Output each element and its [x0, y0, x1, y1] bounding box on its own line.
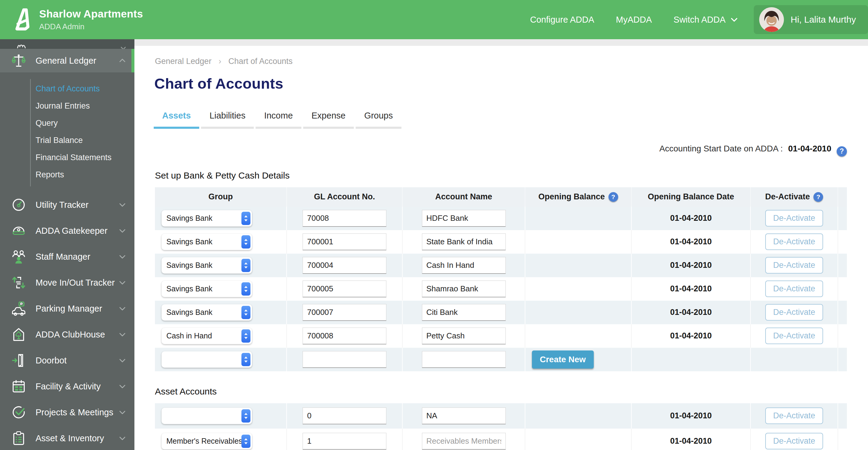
- sidebar-item-label: Staff Manager: [36, 252, 90, 262]
- account-name-input[interactable]: [422, 280, 506, 297]
- account-name-input[interactable]: [422, 210, 506, 227]
- gl-account-cell: [286, 301, 402, 324]
- app-label: ADDA Admin: [39, 22, 143, 31]
- sidebar-item-move-in-out-tracker[interactable]: Move In/Out Tracker: [0, 270, 134, 296]
- gl-account-input[interactable]: [303, 210, 386, 227]
- help-icon[interactable]: ?: [837, 146, 847, 156]
- sidebar-item-general-ledger[interactable]: General Ledger: [0, 49, 134, 72]
- group-select-value: Cash in Hand: [161, 331, 241, 340]
- group-select[interactable]: Savings Bank: [161, 234, 252, 250]
- table-row: Savings Bank01-04-2010De-Activate: [155, 230, 847, 254]
- account-name-input[interactable]: [422, 328, 506, 344]
- help-icon[interactable]: ?: [609, 192, 618, 202]
- spacer-cell: [838, 403, 847, 428]
- parking-car-icon: [10, 300, 27, 317]
- tab-assets[interactable]: Assets: [154, 111, 199, 129]
- sidebar-item-adda-gatekeeper[interactable]: ADDA Gatekeeper: [0, 218, 134, 244]
- switch-adda-link[interactable]: Switch ADDA: [674, 15, 739, 25]
- opening-balance-date-cell: 01-04-2010: [631, 324, 750, 348]
- group-select[interactable]: Savings Bank: [161, 257, 252, 274]
- deactivate-button[interactable]: De-Activate: [765, 408, 823, 424]
- user-greeting: Hi, Lalita Murthy: [790, 14, 856, 25]
- gl-account-input[interactable]: [303, 351, 386, 368]
- column-header-label: Account Name: [435, 192, 492, 202]
- account-name-cell: [402, 230, 525, 254]
- select-spinner-icon: [241, 259, 250, 272]
- gl-account-input[interactable]: [303, 257, 386, 274]
- sidebar-item-asset-inventory[interactable]: Asset & Inventory: [0, 425, 134, 450]
- tab-income[interactable]: Income: [255, 111, 301, 129]
- sidebar-item-staff-manager[interactable]: Staff Manager: [0, 244, 134, 270]
- deactivate-button[interactable]: De-Activate: [765, 257, 823, 274]
- gl-account-input[interactable]: [303, 304, 386, 321]
- group-select[interactable]: Savings Bank: [161, 281, 252, 297]
- group-select[interactable]: [161, 351, 252, 368]
- spacer-cell: [838, 230, 847, 254]
- group-select[interactable]: Cash in Hand: [161, 328, 252, 344]
- sidebar-item-partial[interactable]: [0, 39, 134, 49]
- chevron-down-icon: [118, 227, 127, 235]
- sidebar-item-facility-activity[interactable]: Facility & Activity: [0, 373, 134, 399]
- deactivate-button[interactable]: De-Activate: [765, 328, 823, 344]
- table-row: Savings Bank01-04-2010De-Activate: [155, 277, 847, 301]
- gl-account-cell: [286, 348, 402, 371]
- sidebar-item-projects-meetings[interactable]: Projects & Meetings: [0, 399, 134, 425]
- group-select[interactable]: [161, 408, 252, 424]
- sidebar-item-adda-clubhouse[interactable]: ADDA ClubHouse: [0, 322, 134, 348]
- breadcrumb-general-ledger[interactable]: General Ledger: [155, 57, 212, 66]
- group-select[interactable]: Member's Receivables: [161, 433, 252, 449]
- account-name-input[interactable]: [422, 433, 506, 450]
- configure-adda-link[interactable]: Configure ADDA: [530, 15, 594, 25]
- account-name-input[interactable]: [422, 408, 506, 424]
- breadcrumb-chart-of-accounts[interactable]: Chart of Accounts: [228, 57, 293, 66]
- opening-balance-cell: [525, 403, 631, 428]
- gl-account-cell: [286, 254, 402, 277]
- adda-logo-icon: [13, 7, 31, 33]
- sidebar-item-query[interactable]: Query: [0, 115, 134, 132]
- deactivate-button[interactable]: De-Activate: [765, 234, 823, 250]
- sidebar-item-journal-entries[interactable]: Journal Entries: [0, 97, 134, 115]
- gl-account-input[interactable]: [303, 433, 386, 450]
- account-name-cell: [402, 324, 525, 348]
- tab-liabilities[interactable]: Liabilities: [201, 111, 254, 129]
- account-name-input[interactable]: [422, 234, 506, 250]
- sidebar-item-financial-statements[interactable]: Financial Statements: [0, 149, 134, 166]
- gl-account-input[interactable]: [303, 408, 386, 424]
- account-name-input[interactable]: [422, 304, 506, 321]
- opening-balance-date-cell: 01-04-2010: [631, 403, 750, 428]
- deactivate-button[interactable]: De-Activate: [765, 433, 823, 449]
- gl-account-input[interactable]: [303, 234, 386, 250]
- deactivate-cell: De-Activate: [750, 207, 838, 230]
- opening-balance-date: 01-04-2010: [670, 284, 712, 294]
- gl-account-input[interactable]: [303, 280, 386, 297]
- deactivate-button[interactable]: De-Activate: [765, 210, 823, 227]
- select-spinner-icon: [241, 353, 250, 366]
- group-select[interactable]: Savings Bank: [161, 304, 252, 321]
- sidebar-item-parking-manager[interactable]: Parking Manager: [0, 296, 134, 322]
- account-name-input[interactable]: [422, 257, 506, 274]
- group-cell: Savings Bank: [155, 277, 286, 301]
- create-new-button[interactable]: Create New: [532, 351, 594, 368]
- sidebar-item-reports[interactable]: Reports: [0, 166, 134, 183]
- tab-expense[interactable]: Expense: [303, 111, 354, 129]
- society-name: Sharlow Apartments: [39, 8, 143, 20]
- group-select[interactable]: Savings Bank: [161, 210, 252, 227]
- account-name-input[interactable]: [422, 351, 506, 368]
- myadda-link[interactable]: MyADDA: [616, 15, 652, 25]
- gl-account-input[interactable]: [303, 328, 386, 344]
- sidebar-item-chart-of-accounts[interactable]: Chart of Accounts: [0, 80, 134, 97]
- opening-balance-date-cell: 01-04-2010: [631, 277, 750, 301]
- deactivate-button[interactable]: De-Activate: [765, 280, 823, 297]
- select-spinner-icon: [241, 409, 250, 423]
- table-row: Savings Bank01-04-2010De-Activate: [155, 254, 847, 277]
- sidebar-item-utility-tracker[interactable]: Utility Tracker: [0, 192, 134, 218]
- tab-groups[interactable]: Groups: [355, 111, 401, 129]
- gl-account-cell: [286, 207, 402, 230]
- user-chip[interactable]: Hi, Lalita Murthy: [754, 5, 868, 34]
- deactivate-button[interactable]: De-Activate: [765, 304, 823, 321]
- sidebar-item-trial-balance[interactable]: Trial Balance: [0, 132, 134, 149]
- sidebar-item-doorbot[interactable]: Doorbot: [0, 348, 134, 373]
- column-header-label: Group: [209, 192, 233, 202]
- bank-petty-cash-table: GroupGL Account No.Account NameOpening B…: [155, 187, 847, 371]
- help-icon[interactable]: ?: [813, 192, 823, 202]
